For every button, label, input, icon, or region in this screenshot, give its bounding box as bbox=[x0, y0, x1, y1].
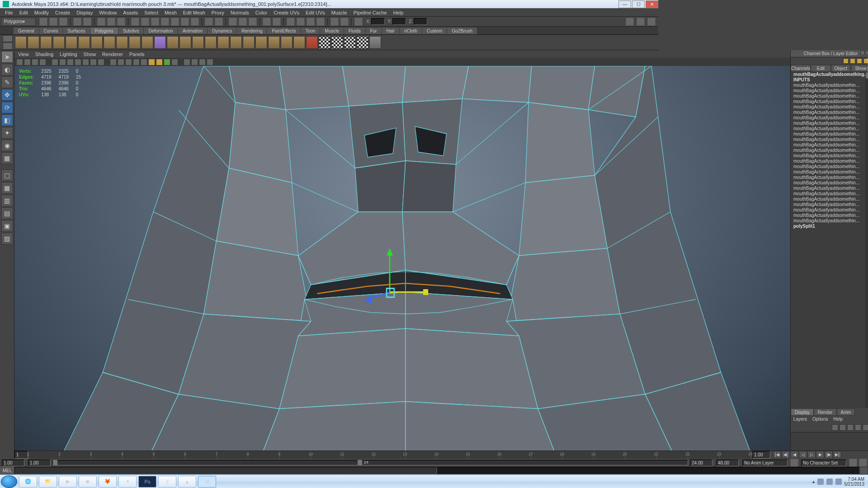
uv-editor-icon[interactable] bbox=[369, 36, 381, 49]
vp-shaded-icon[interactable] bbox=[118, 59, 124, 66]
coord-y-input[interactable] bbox=[392, 18, 406, 25]
layout-single-icon[interactable]: ▢ bbox=[1, 169, 13, 181]
shelf-tab-gozbrush[interactable]: GoZBrush bbox=[447, 28, 477, 34]
snap-view-icon[interactable] bbox=[181, 18, 189, 26]
snap-grid-icon[interactable] bbox=[131, 18, 139, 26]
coord-x-input[interactable] bbox=[371, 18, 385, 25]
snap-point-icon[interactable] bbox=[151, 18, 159, 26]
rename-icon[interactable] bbox=[307, 18, 315, 26]
vp-use-lights-icon[interactable] bbox=[133, 59, 140, 66]
shelf-tab-general[interactable]: General bbox=[14, 28, 39, 34]
vp-exposure-icon[interactable] bbox=[207, 59, 213, 66]
window-close-button[interactable]: ✕ bbox=[646, 0, 658, 8]
vp-safe-title-icon[interactable] bbox=[98, 59, 104, 66]
bridge-icon[interactable] bbox=[217, 36, 229, 49]
poly-platonic-icon[interactable] bbox=[154, 36, 166, 49]
shelf-tab-surfaces[interactable]: Surfaces bbox=[63, 28, 90, 34]
vp-resolution-gate-icon[interactable] bbox=[67, 59, 74, 66]
vp-lock-camera-icon[interactable] bbox=[24, 59, 31, 66]
shelf-tab-toon[interactable]: Toon bbox=[301, 28, 320, 34]
uv-automatic-icon[interactable] bbox=[357, 36, 368, 49]
vp-screen-space-ao-icon[interactable] bbox=[156, 59, 163, 66]
menu-editmesh[interactable]: Edit Mesh bbox=[180, 10, 208, 15]
redo-icon[interactable] bbox=[83, 18, 91, 26]
vp-multisample-icon[interactable] bbox=[171, 59, 178, 66]
vp-menu-renderer[interactable]: Renderer bbox=[102, 52, 123, 57]
vp-xray-icon[interactable] bbox=[191, 59, 198, 66]
uv-spherical-icon[interactable] bbox=[344, 36, 356, 49]
menu-create[interactable]: Create bbox=[52, 10, 73, 15]
show-manip-tool[interactable]: ▦ bbox=[1, 152, 13, 164]
poly-pipe-icon[interactable] bbox=[116, 36, 128, 49]
poly-helix-icon[interactable] bbox=[129, 36, 141, 49]
menu-file[interactable]: File bbox=[2, 10, 16, 15]
menu-color[interactable]: Color bbox=[252, 10, 270, 15]
menu-edituvs[interactable]: Edit UVs bbox=[302, 10, 328, 15]
shelf-tab-fluids[interactable]: Fluids bbox=[344, 28, 365, 34]
sidebar-toggle-b-icon[interactable] bbox=[637, 18, 645, 26]
select-by-hierarchy-icon[interactable] bbox=[97, 18, 105, 26]
append-icon[interactable] bbox=[230, 36, 242, 49]
poly-plane-icon[interactable] bbox=[66, 36, 77, 49]
menu-edit[interactable]: Edit bbox=[16, 10, 31, 15]
split-icon[interactable] bbox=[293, 36, 305, 49]
save-scene-icon[interactable] bbox=[59, 18, 67, 26]
render-settings-icon[interactable] bbox=[249, 18, 257, 26]
menu-modify[interactable]: Modify bbox=[31, 10, 52, 15]
menu-window[interactable]: Window bbox=[96, 10, 120, 15]
sculpt-icon[interactable] bbox=[306, 36, 318, 49]
vp-grid-icon[interactable] bbox=[52, 59, 58, 66]
shelf-tab-custom[interactable]: Custom bbox=[422, 28, 447, 34]
poly-cube-icon[interactable] bbox=[28, 36, 39, 49]
booleans-icon[interactable] bbox=[192, 36, 204, 49]
extrude-icon[interactable] bbox=[205, 36, 217, 49]
shelf-tab-polygons[interactable]: Polygons bbox=[90, 28, 118, 34]
coord-z-input[interactable] bbox=[414, 18, 427, 25]
vp-menu-show[interactable]: Show bbox=[84, 52, 96, 57]
poly-cone-icon[interactable] bbox=[53, 36, 65, 49]
layout-persp-outliner-icon[interactable]: ▥ bbox=[1, 195, 13, 206]
ipr-render-icon[interactable] bbox=[239, 18, 247, 26]
shelf-tab-deformation[interactable]: Deformation bbox=[144, 28, 177, 34]
window-maximize-button[interactable]: ☐ bbox=[632, 0, 645, 8]
highlight-selection-icon[interactable] bbox=[340, 18, 349, 26]
menu-help[interactable]: Help bbox=[390, 10, 407, 15]
select-by-component-icon[interactable] bbox=[117, 18, 125, 26]
smooth-icon[interactable] bbox=[281, 36, 292, 49]
vp-gate-mask-icon[interactable] bbox=[75, 59, 81, 66]
extract-icon[interactable] bbox=[179, 36, 191, 49]
construction-history-icon[interactable] bbox=[273, 18, 281, 26]
vp-menu-panels[interactable]: Panels bbox=[129, 52, 145, 57]
vp-field-chart-icon[interactable] bbox=[82, 59, 89, 66]
new-scene-icon[interactable] bbox=[39, 18, 47, 26]
select-tool[interactable]: ➤ bbox=[1, 51, 13, 63]
open-scene-icon[interactable] bbox=[49, 18, 57, 26]
menu-muscle[interactable]: Muscle bbox=[328, 10, 350, 15]
module-selector[interactable]: Polygons ▾ bbox=[2, 18, 36, 26]
menu-proxy[interactable]: Proxy bbox=[208, 10, 227, 15]
snap-toggle-icon[interactable] bbox=[191, 18, 199, 26]
menu-display[interactable]: Display bbox=[73, 10, 96, 15]
move-tool[interactable]: ✥ bbox=[1, 89, 13, 101]
menu-select[interactable]: Select bbox=[141, 10, 161, 15]
shelf-tab-fur[interactable]: Fur bbox=[366, 28, 382, 34]
vp-bookmarks-icon[interactable] bbox=[32, 59, 38, 66]
select-by-name-icon[interactable] bbox=[316, 18, 325, 26]
poly-soccer-icon[interactable] bbox=[142, 36, 153, 49]
history-on-icon[interactable] bbox=[205, 18, 213, 26]
shelf-tab-animation[interactable]: Animation bbox=[178, 28, 207, 34]
bevel-icon[interactable] bbox=[268, 36, 280, 49]
layout-four-icon[interactable]: ▦ bbox=[1, 182, 13, 194]
vp-high-quality-icon[interactable] bbox=[148, 59, 155, 66]
shelf-tab-rendering[interactable]: Rendering bbox=[237, 28, 267, 34]
select-by-object-icon[interactable] bbox=[107, 18, 115, 26]
snap-plane-icon[interactable] bbox=[161, 18, 169, 26]
uv-cylindrical-icon[interactable] bbox=[331, 36, 343, 49]
menu-mesh[interactable]: Mesh bbox=[161, 10, 180, 15]
layout-hypershade-icon[interactable]: ▤ bbox=[1, 207, 13, 219]
vp-textured-icon[interactable] bbox=[125, 59, 132, 66]
poly-prism-icon[interactable] bbox=[91, 36, 103, 49]
layout-custom-icon[interactable]: ▨ bbox=[1, 233, 13, 244]
shelf-menu-stack[interactable] bbox=[3, 35, 13, 50]
paint-select-tool[interactable]: ✎ bbox=[1, 76, 13, 88]
